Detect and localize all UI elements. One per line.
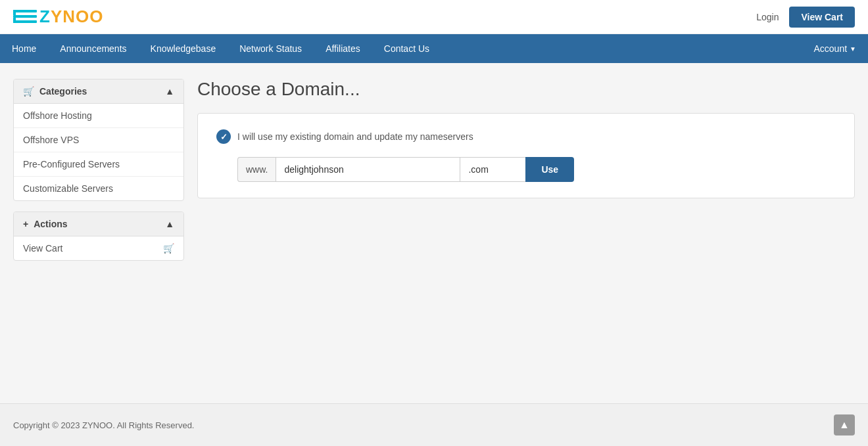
nav-item-knowledgebase[interactable]: Knowledgebase bbox=[139, 34, 228, 63]
logo-text: ZYNOO bbox=[39, 7, 103, 27]
categories-collapse-icon[interactable]: ▲ bbox=[165, 86, 174, 97]
categories-label: Categories bbox=[39, 86, 87, 97]
view-cart-icon: 🛒 bbox=[163, 243, 174, 254]
www-prefix: www. bbox=[237, 157, 276, 182]
sidebar-item-offshore-vps[interactable]: Offshore VPS bbox=[14, 128, 183, 152]
page-title: Choose a Domain... bbox=[197, 79, 855, 100]
nav-item-affiliates[interactable]: Affiliates bbox=[314, 34, 372, 63]
back-to-top-button[interactable]: ▲ bbox=[834, 414, 855, 435]
plus-icon: + bbox=[23, 219, 28, 229]
top-bar-right: Login View Cart bbox=[756, 7, 855, 28]
copyright-text: Copyright © 2023 ZYNOO. All Rights Reser… bbox=[13, 420, 194, 430]
sidebar-view-cart[interactable]: View Cart 🛒 bbox=[14, 236, 183, 260]
nav-item-announcements[interactable]: Announcements bbox=[48, 34, 138, 63]
logo: ZYNOO bbox=[13, 7, 103, 27]
actions-label: Actions bbox=[34, 219, 67, 229]
nav-item-home[interactable]: Home bbox=[0, 34, 48, 63]
content-wrap: 🛒 Categories ▲ Offshore Hosting Offshore… bbox=[0, 63, 868, 403]
sidebar-item-pre-configured-servers[interactable]: Pre-Configured Servers bbox=[14, 152, 183, 177]
footer: Copyright © 2023 ZYNOO. All Rights Reser… bbox=[0, 403, 868, 446]
actions-header: + Actions ▲ bbox=[14, 212, 183, 236]
logo-ynoo: YNOO bbox=[51, 7, 104, 26]
nav-account[interactable]: Account ▼ bbox=[802, 43, 869, 54]
categories-header: 🛒 Categories ▲ bbox=[14, 79, 183, 104]
main-nav: Home Announcements Knowledgebase Network… bbox=[0, 34, 868, 63]
categories-section: 🛒 Categories ▲ Offshore Hosting Offshore… bbox=[13, 79, 184, 201]
domain-name-input[interactable] bbox=[276, 157, 460, 182]
domain-option-label: I will use my existing domain and update… bbox=[237, 131, 473, 142]
use-button[interactable]: Use bbox=[525, 157, 574, 182]
login-link[interactable]: Login bbox=[756, 12, 779, 22]
main-content: Choose a Domain... I will use my existin… bbox=[197, 79, 855, 198]
nav-right: Account ▼ bbox=[802, 34, 869, 63]
domain-input-row: www. Use bbox=[237, 157, 836, 182]
svg-rect-3 bbox=[13, 10, 16, 15]
sidebar-item-offshore-hosting[interactable]: Offshore Hosting bbox=[14, 104, 183, 128]
sidebar-item-customizable-servers[interactable]: Customizable Servers bbox=[14, 177, 183, 200]
svg-rect-1 bbox=[13, 15, 37, 18]
radio-checked-icon[interactable] bbox=[216, 129, 231, 144]
sidebar: 🛒 Categories ▲ Offshore Hosting Offshore… bbox=[13, 79, 184, 271]
domain-card: I will use my existing domain and update… bbox=[197, 113, 855, 198]
view-cart-button[interactable]: View Cart bbox=[789, 7, 855, 28]
nav-item-contact-us[interactable]: Contact Us bbox=[372, 34, 441, 63]
actions-section: + Actions ▲ View Cart 🛒 bbox=[13, 212, 184, 261]
actions-collapse-icon[interactable]: ▲ bbox=[165, 219, 174, 229]
svg-rect-0 bbox=[13, 10, 37, 12]
svg-rect-2 bbox=[13, 20, 37, 23]
cart-icon: 🛒 bbox=[23, 86, 34, 97]
chevron-down-icon: ▼ bbox=[850, 45, 856, 53]
account-label: Account bbox=[814, 43, 848, 54]
domain-option-row: I will use my existing domain and update… bbox=[216, 129, 836, 144]
top-bar: ZYNOO Login View Cart bbox=[0, 0, 868, 34]
logo-icon bbox=[13, 9, 37, 26]
nav-item-network-status[interactable]: Network Status bbox=[228, 34, 314, 63]
domain-tld-input[interactable] bbox=[460, 157, 525, 182]
svg-rect-4 bbox=[13, 18, 16, 23]
